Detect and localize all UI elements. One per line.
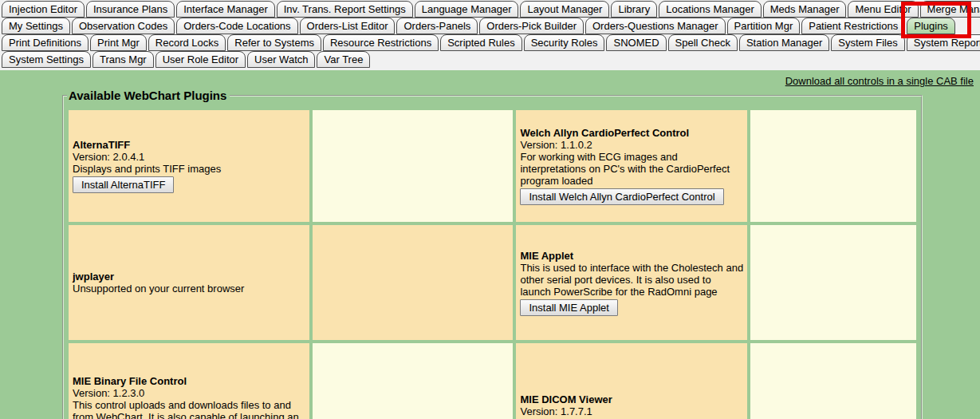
main-area: Download all controls in a single CAB fi… (0, 73, 980, 419)
tab-system-files[interactable]: System Files (831, 34, 904, 51)
plugin-cell-mie-dicom-viewer: MIE DICOM ViewerVersion: 1.7.7.1Displays… (516, 343, 747, 419)
plugins-table-body: AlternaTIFFVersion: 2.0.4.1Displays and … (69, 110, 916, 419)
tab-row: Injection EditorInsurance PlansInterface… (2, 1, 980, 18)
plugins-table-row: AlternaTIFFVersion: 2.0.4.1Displays and … (69, 110, 916, 222)
tab-orders-code-locations[interactable]: Orders-Code Locations (176, 18, 297, 34)
plugin-cell-alternatiff: AlternaTIFFVersion: 2.0.4.1Displays and … (69, 110, 309, 222)
tab-patient-restrictions[interactable]: Patient Restrictions (801, 18, 905, 34)
tab-row: My SettingsObservation CodesOrders-Code … (2, 18, 980, 34)
plugin-description: Displays and prints TIFF images (73, 163, 306, 175)
tab-system-settings[interactable]: System Settings (2, 51, 91, 68)
tab-user-watch[interactable]: User Watch (247, 51, 315, 68)
plugins-table-row: jwplayerUnsupported on your current brow… (69, 225, 916, 340)
tab-row: System SettingsTrans MgrUser Role Editor… (2, 51, 980, 68)
plugin-title: Welch Allyn CardioPerfect Control (520, 127, 744, 139)
install-mie-applet-button[interactable]: Install MIE Applet (520, 299, 617, 316)
plugin-description: This control uploads and downloads files… (73, 399, 306, 419)
tab-orders-panels[interactable]: Orders-Panels (396, 18, 478, 34)
tab-var-tree[interactable]: Var Tree (317, 51, 370, 68)
tab-print-mgr[interactable]: Print Mgr (90, 34, 147, 51)
plugin-cell-empty (313, 110, 514, 222)
tab-locations-manager[interactable]: Locations Manager (659, 1, 762, 18)
plugin-cell-empty (313, 343, 514, 419)
plugin-description: For working with ECG images and interpre… (520, 151, 744, 187)
tab-plugins[interactable]: Plugins (907, 18, 955, 34)
tab-injection-editor[interactable]: Injection Editor (2, 1, 85, 18)
tab-observation-codes[interactable]: Observation Codes (72, 18, 175, 34)
tab-record-locks[interactable]: Record Locks (148, 34, 226, 51)
tab-spell-check[interactable]: Spell Check (668, 34, 738, 51)
tab-snomed[interactable]: SNOMED (606, 34, 666, 51)
tab-security-roles[interactable]: Security Roles (524, 34, 605, 51)
plugin-cell-empty (313, 225, 514, 340)
tab-layout-manager[interactable]: Layout Manager (520, 1, 609, 18)
plugin-cell-empty (750, 225, 916, 340)
tab-bar: Injection EditorInsurance PlansInterface… (0, 0, 980, 70)
tab-trans-mgr[interactable]: Trans Mgr (92, 51, 154, 68)
tab-refer-to-systems[interactable]: Refer to Systems (227, 34, 321, 51)
tab-language-manager[interactable]: Language Manager (415, 1, 519, 18)
tab-scripted-rules[interactable]: Scripted Rules (440, 34, 522, 51)
tab-station-manager[interactable]: Station Manager (739, 34, 829, 51)
plugin-version: Version: 2.0.4.1 (73, 151, 306, 163)
plugin-version: Version: 1.7.7.1 (520, 405, 744, 417)
plugin-cell-mie-applet: MIE AppletThis is used to interface with… (516, 225, 747, 340)
tab-user-role-editor[interactable]: User Role Editor (155, 51, 246, 68)
tab-inv-trans-report-settings[interactable]: Inv. Trans. Report Settings (277, 1, 413, 18)
tab-meds-manager[interactable]: Meds Manager (763, 1, 847, 18)
plugins-legend: Available WebChart Plugins (67, 89, 230, 102)
tab-interface-manager[interactable]: Interface Manager (176, 1, 275, 18)
plugin-title: AlternaTIFF (73, 139, 306, 151)
plugin-version: Version: 1.1.0.2 (520, 139, 744, 151)
install-alternatiff-button[interactable]: Install AlternaTIFF (73, 176, 174, 193)
tab-my-settings[interactable]: My Settings (2, 18, 70, 34)
plugin-description: Unsupported on your current browser (73, 283, 306, 294)
download-cab-link[interactable]: Download all controls in a single CAB fi… (785, 75, 974, 87)
tab-insurance-plans[interactable]: Insurance Plans (86, 1, 175, 18)
plugins-fieldset: Available WebChart Plugins AlternaTIFFVe… (62, 89, 923, 419)
plugin-version: Version: 1.2.3.0 (73, 387, 306, 399)
plugin-cell-jwplayer: jwplayerUnsupported on your current brow… (69, 225, 309, 340)
tab-resource-restrictions[interactable]: Resource Restrictions (323, 34, 439, 51)
tab-system-report[interactable]: System Report (907, 34, 980, 51)
plugin-cell-mie-binary-file-control: MIE Binary File ControlVersion: 1.2.3.0T… (69, 343, 309, 419)
plugins-table: AlternaTIFFVersion: 2.0.4.1Displays and … (65, 107, 919, 419)
plugin-cell-empty (750, 110, 916, 222)
tab-library[interactable]: Library (611, 1, 657, 18)
plugin-cell-welch-allyn-cardioperfect-control: Welch Allyn CardioPerfect ControlVersion… (516, 110, 747, 222)
plugin-title: MIE DICOM Viewer (520, 393, 744, 405)
cab-link-row: Download all controls in a single CAB fi… (0, 73, 974, 88)
plugins-table-row: MIE Binary File ControlVersion: 1.2.3.0T… (69, 343, 916, 419)
plugin-title: jwplayer (73, 271, 306, 283)
tab-orders-list-editor[interactable]: Orders-List Editor (300, 18, 396, 34)
tab-print-definitions[interactable]: Print Definitions (2, 34, 89, 51)
tab-row: Print DefinitionsPrint MgrRecord LocksRe… (2, 34, 980, 51)
tab-menu-editor[interactable]: Menu Editor (848, 1, 918, 18)
plugin-title: MIE Applet (520, 250, 744, 262)
tab-merge-manager[interactable]: Merge Manager (920, 1, 980, 18)
plugin-title: MIE Binary File Control (73, 375, 306, 387)
plugin-description: This is used to interface with the Chole… (520, 262, 744, 298)
plugin-cell-empty (750, 343, 916, 419)
tab-orders-questions-manager[interactable]: Orders-Questions Manager (585, 18, 726, 34)
tab-partition-mgr[interactable]: Partition Mgr (727, 18, 801, 34)
tab-orders-pick-builder[interactable]: Orders-Pick Builder (479, 18, 584, 34)
install-welch-allyn-cardioperfect-control-button[interactable]: Install Welch Allyn CardioPerfect Contro… (520, 188, 723, 205)
